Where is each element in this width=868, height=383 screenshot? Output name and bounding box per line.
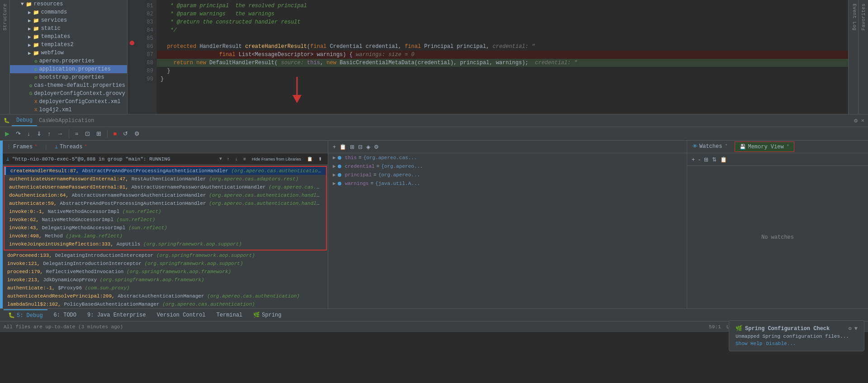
- add-watch-btn[interactable]: +: [691, 156, 696, 164]
- file-tree-application-prop[interactable]: ⚙ application.properties: [10, 65, 127, 73]
- var-view-options-btn[interactable]: ⚙: [373, 143, 380, 151]
- frame-pkg-17: (com.sun.proxy): [85, 285, 130, 291]
- var-this[interactable]: ▶ this = {org.apereo.cas...: [328, 153, 687, 162]
- frame-item-5[interactable]: authenticate:59, AbstractPreAndPostProce…: [5, 199, 326, 208]
- step-over-button[interactable]: ↷: [14, 129, 23, 138]
- threads-tab[interactable]: ⟂ Threads *: [55, 144, 87, 150]
- frame-down-button[interactable]: ↓: [233, 155, 240, 163]
- file-tree-deployer-xml[interactable]: X deployerConfigContext.xml: [10, 98, 127, 106]
- stop-button[interactable]: ■: [111, 129, 119, 138]
- hide-frames-button[interactable]: Hide Frames from Libraries: [250, 156, 303, 163]
- tab-java-enterprise[interactable]: 9: Java Enterprise: [83, 310, 151, 320]
- tab-todo[interactable]: 6: TODO: [49, 310, 81, 320]
- code-87: final List<MessageDescriptor> warnings) …: [160, 51, 415, 59]
- file-tree-cas-theme-prop[interactable]: ⚙ cas-theme-default.properties: [10, 81, 127, 90]
- file-tree-webflow[interactable]: ▶ 📁 webflow: [10, 49, 127, 57]
- trace-button[interactable]: ⊡: [83, 129, 92, 138]
- export-threads-button[interactable]: ⬆: [316, 155, 324, 163]
- frame-item-19[interactable]: lambdaSnull$2:102, PolicyBasedAuthentica…: [3, 300, 328, 308]
- rerun-button[interactable]: ↺: [121, 129, 130, 138]
- remove-watch-btn[interactable]: -: [698, 156, 701, 164]
- var-principal[interactable]: ▶ principal = {org.apereo...: [328, 170, 687, 179]
- expand-icon-templates: ▶: [28, 34, 31, 40]
- frame-item-7[interactable]: invoke:62, NativeMethodAccessorImpl (sun…: [5, 216, 326, 224]
- sort-watch-btn[interactable]: ⇅: [711, 156, 717, 164]
- frame-item-13[interactable]: doProceeed:133, DelegatingIntroductionIn…: [3, 251, 328, 260]
- frame-method-18: authenticateAndResolvePrincipal:209,: [7, 293, 118, 299]
- file-tree-services[interactable]: ▶ 📁 services: [10, 16, 127, 24]
- var-mark-obj-btn[interactable]: ◈: [365, 143, 371, 151]
- apereo-label: apereo.properties: [39, 58, 94, 64]
- show-help-link[interactable]: Show Help: [736, 341, 762, 346]
- evaluate-button[interactable]: =: [73, 129, 81, 138]
- expand-icon-services: ▶: [28, 18, 31, 24]
- step-out-button[interactable]: ↑: [46, 129, 53, 138]
- frame-item-17[interactable]: authenticate:-1, $Proxy96 (com.sun.proxy…: [3, 284, 328, 292]
- step-into-button[interactable]: ↓: [25, 129, 33, 138]
- file-tree-templates[interactable]: ▶ 📁 templates: [10, 33, 127, 41]
- file-tree-templates2[interactable]: ▶ 📁 templates2: [10, 41, 127, 49]
- thread-dropdown-arrow[interactable]: ▼: [219, 156, 222, 161]
- close-debug-icon[interactable]: ✕: [861, 117, 864, 124]
- services-label: services: [41, 17, 67, 24]
- file-tree-commands[interactable]: ▶ 📁 commands: [10, 8, 127, 16]
- favorites-label[interactable]: Favorites: [860, 0, 867, 34]
- file-tree-bootstrap-prop[interactable]: ⚙ bootstrap.properties: [10, 73, 127, 81]
- settings-gear-icon[interactable]: ⚙: [854, 117, 858, 124]
- get-thread-dump-button[interactable]: ≡: [241, 155, 248, 163]
- frame-item-3[interactable]: authenticateUsernamePasswordInternal:81,…: [5, 183, 326, 191]
- tab-version-control[interactable]: Version Control: [152, 310, 210, 320]
- file-tree-deployer-groovy[interactable]: G deployerConfigContext.groovy: [10, 90, 127, 98]
- tab-terminal[interactable]: Terminal: [212, 310, 247, 320]
- var-expand-principal[interactable]: ▶: [333, 172, 336, 178]
- tab-debug-bottom[interactable]: 🐛 5: Debug: [4, 309, 47, 321]
- notification-settings-icon[interactable]: ⚙: [849, 325, 852, 332]
- copy-watch-btn[interactable]: 📋: [719, 156, 728, 164]
- notification-close-icon[interactable]: ▼: [854, 326, 858, 332]
- frames-tab[interactable]: ⋮ Frames *: [6, 144, 37, 150]
- var-credential[interactable]: ▶ credential = {org.apereo...: [328, 162, 687, 170]
- var-collapse-btn[interactable]: ⊟: [357, 143, 363, 151]
- tab-spring[interactable]: 🌿 Spring: [249, 310, 286, 320]
- settings-button[interactable]: ⚙: [132, 129, 142, 138]
- var-warnings[interactable]: ▶ warnings = {java.util.A...: [328, 179, 687, 188]
- frame-item-15[interactable]: proceed:179, ReflectiveMethodInvocation …: [3, 268, 328, 276]
- var-expand-credential[interactable]: ▶: [333, 163, 336, 169]
- duplicate-watch-btn[interactable]: ⊞: [703, 156, 709, 164]
- tab-debug[interactable]: Debug: [12, 115, 37, 126]
- frame-item-11[interactable]: invokeJoinpoint:190, ReflectiveMethodInv…: [5, 248, 326, 251]
- memory-view-tab[interactable]: 💾 Memory View *: [735, 142, 794, 152]
- breakpoint-86[interactable]: [130, 41, 134, 45]
- frame-item-18[interactable]: authenticateAndResolvePrincipal:209, Abs…: [3, 292, 328, 300]
- frame-item-2[interactable]: authenticateUsernamePasswordInternal:47,…: [5, 175, 326, 183]
- event-log-label[interactable]: Event Log: [849, 0, 858, 34]
- structure-label[interactable]: Structure: [1, 0, 9, 34]
- frame-item-9[interactable]: invoke:498, Method (java.lang.reflect): [5, 232, 326, 240]
- var-eq-this: =: [359, 155, 362, 161]
- code-area[interactable]: * @param principal the resolved principa…: [157, 0, 848, 114]
- file-tree-resources[interactable]: ▼ 📁 resources: [10, 0, 127, 8]
- var-add-btn[interactable]: +: [332, 143, 337, 151]
- var-expand-this[interactable]: ▶: [333, 155, 336, 161]
- resume-button[interactable]: ▶: [3, 129, 12, 138]
- frame-item-4[interactable]: doAuthentication:64, AbstractUsernamePas…: [5, 191, 326, 199]
- frame-up-button[interactable]: ↑: [225, 155, 231, 163]
- frame-item-8[interactable]: invoke:43, DelegatingMethodAccessorImpl …: [5, 224, 326, 232]
- run-to-cursor-button[interactable]: →: [55, 129, 65, 138]
- force-step-into-button[interactable]: ⇓: [34, 129, 44, 138]
- frame-item-6[interactable]: invoke:0:-1, NativeMethodAccessorImpl (s…: [5, 208, 326, 216]
- stream-button[interactable]: ⊞: [94, 129, 104, 138]
- var-expand-warnings[interactable]: ▶: [333, 180, 336, 186]
- file-tree-apereo-prop[interactable]: ⚙ apereo.properties: [10, 57, 127, 65]
- frame-item-14[interactable]: invoke:121, DelegatingIntroductionInterc…: [3, 260, 328, 268]
- disable-link[interactable]: Disable...: [766, 341, 796, 346]
- frame-item-16[interactable]: invoke:213, JdkDynamicAopProxy (org.spri…: [3, 276, 328, 284]
- watches-tab[interactable]: 👁 Watches *: [687, 141, 733, 153]
- var-expand-btn[interactable]: ⊞: [349, 143, 355, 151]
- file-tree-static[interactable]: ▶ 📁 static: [10, 24, 127, 33]
- file-tree-log4j[interactable]: X log4j2.xml: [10, 106, 127, 114]
- frame-item-10[interactable]: invokeJoinpointUsingReflection:333, AopU…: [5, 240, 326, 248]
- copy-stack-button[interactable]: 📋: [305, 155, 315, 163]
- frame-item-1[interactable]: createHandlerResult:87, AbstractPreAndPo…: [5, 167, 326, 175]
- var-copy-btn[interactable]: 📋: [339, 143, 347, 151]
